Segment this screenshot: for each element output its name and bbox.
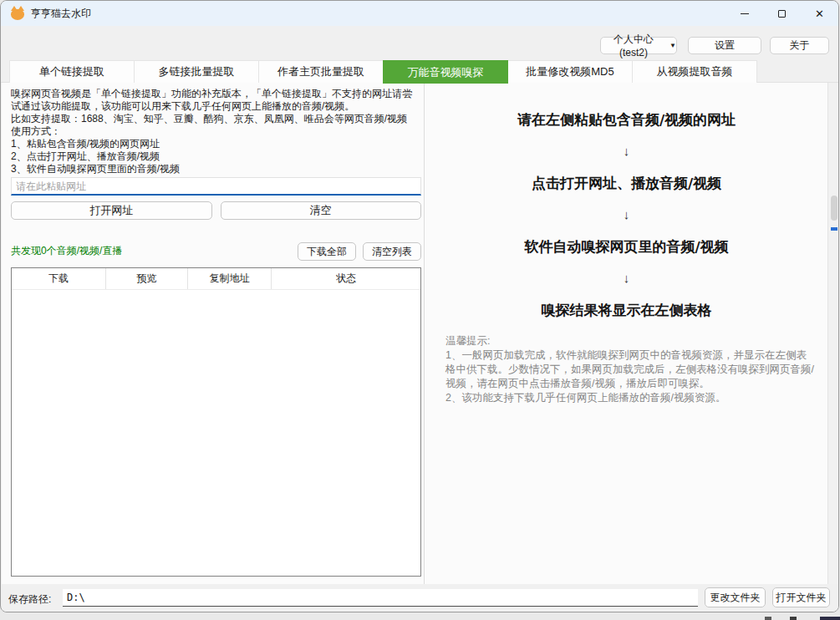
settings-button[interactable]: 设置 [688,37,761,54]
open-folder-button[interactable]: 打开文件夹 [772,587,830,607]
app-cat-icon [11,9,24,20]
tab-single-link-extract[interactable]: 单个链接提取 [9,60,135,83]
description-line: 2、点击打开网址、播放音频/视频 [11,150,422,163]
title-bar: 亨亨猫去水印 ✕ [1,1,838,26]
description-line: 1、粘贴包含音频/视频的网页网址 [11,138,422,150]
description-line: 比如支持提取：1688、淘宝、知乎、豆瓣、酷狗、京东、凤凰网、唯品会等网页音频/… [11,113,422,125]
tab-universal-media-sniffer[interactable]: 万能音视频嗅探 [383,60,508,84]
open-url-button[interactable]: 打开网址 [11,201,212,220]
scrollbar-marker [831,227,837,231]
usage-steps: 请在左侧粘贴包含音频/视频的网址 ↓ 点击打开网址、播放音频/视频 ↓ 软件自动… [425,83,827,319]
save-path-label: 保存路径: [8,592,51,607]
maximize-icon [778,10,786,18]
column-header-copy-address: 复制地址 [188,268,272,289]
tab-extract-audio-from-video[interactable]: 从视频提取音频 [632,60,757,83]
close-button[interactable]: ✕ [801,1,838,26]
results-toolbar: 共发现0个音频/视频/直播 下载全部 清空列表 [11,242,421,261]
description-line: 使用方式： [11,125,422,138]
down-arrow-icon: ↓ [425,269,827,287]
window-controls: ✕ [725,1,838,26]
tab-batch-modify-md5[interactable]: 批量修改视频MD5 [507,60,633,83]
account-menu-label: 个人中心(test2) [601,33,666,58]
maximize-button[interactable] [763,1,801,26]
save-path-input[interactable] [63,589,698,607]
column-header-status: 状态 [272,268,420,289]
column-header-preview: 预览 [106,268,188,289]
account-menu-button[interactable]: 个人中心(test2) ▼ [600,37,677,54]
results-table: 下载 预览 复制地址 状态 [11,267,421,577]
tips-section: 温馨提示: 1、一般网页加载完成，软件就能嗅探到网页中的音视频资源，并显示在左侧… [425,334,827,405]
tab-multi-link-batch-extract[interactable]: 多链接批量提取 [134,60,259,83]
right-panel-scrollbar[interactable] [827,83,839,586]
found-count-status: 共发现0个音频/视频/直播 [11,244,122,261]
list-actions: 下载全部 清空列表 [298,242,421,261]
app-window: 亨亨猫去水印 ✕ 个人中心(test2) ▼ 设置 关于 单个链接提取 多链接批… [0,0,839,612]
results-table-header: 下载 预览 复制地址 状态 [12,268,420,290]
down-arrow-icon: ↓ [425,206,827,224]
save-path-bar: 保存路径: 更改文件夹 打开文件夹 [2,584,839,612]
about-button[interactable]: 关于 [770,37,829,54]
clear-list-button[interactable]: 清空列表 [363,242,421,261]
tab-bar: 单个链接提取 多链接批量提取 作者主页批量提取 万能音视频嗅探 批量修改视频MD… [1,59,838,83]
scrollbar-thumb[interactable] [831,196,837,221]
minimize-icon [741,13,749,14]
step-4-text: 嗅探结果将显示在左侧表格 [425,301,827,319]
step-1-text: 请在左侧粘贴包含音频/视频的网址 [425,110,827,129]
column-header-download: 下载 [12,268,106,289]
right-panel: 请在左侧粘贴包含音频/视频的网址 ↓ 点击打开网址、播放音频/视频 ↓ 软件自动… [425,83,827,586]
clear-url-button[interactable]: 清空 [221,201,422,220]
header-bar: 个人中心(test2) ▼ 设置 关于 [1,26,838,59]
down-arrow-icon: ↓ [425,142,827,160]
tab-author-page-batch-extract[interactable]: 作者主页批量提取 [258,60,384,83]
content-area: 嗅探网页音视频是「单个链接提取」功能的补充版本，「单个链接提取」不支持的网址请尝… [2,83,839,586]
minimize-button[interactable] [725,1,763,26]
window-title: 亨亨猫去水印 [31,7,91,21]
feature-description: 嗅探网页音视频是「单个链接提取」功能的补充版本，「单个链接提取」不支持的网址请尝… [11,88,422,175]
change-folder-button[interactable]: 更改文件夹 [705,587,766,607]
description-line: 试通过该功能提取，该功能可以用来下载几乎任何网页上能播放的音频/视频。 [11,100,422,113]
left-panel: 嗅探网页音视频是「单个链接提取」功能的补充版本，「单个链接提取」不支持的网址请尝… [2,83,425,586]
url-actions-row: 打开网址 清空 [11,201,421,220]
tip-2-text: 2、该功能支持下载几乎任何网页上能播放的音频/视频资源。 [445,391,814,405]
tip-1-text: 1、一般网页加载完成，软件就能嗅探到网页中的音视频资源，并显示在左侧表格中供下载… [445,348,814,391]
step-2-text: 点击打开网址、播放音频/视频 [425,174,827,192]
desktop-taskbar-sliver [765,617,840,620]
chevron-down-icon: ▼ [669,43,676,49]
tips-title: 温馨提示: [445,334,814,348]
download-all-button[interactable]: 下载全部 [298,242,356,261]
url-input[interactable] [11,177,421,196]
description-line: 嗅探网页音视频是「单个链接提取」功能的补充版本，「单个链接提取」不支持的网址请尝 [11,88,422,100]
description-line: 3、软件自动嗅探网页里面的音频/视频 [11,163,422,175]
step-3-text: 软件自动嗅探网页里的音频/视频 [425,237,827,256]
